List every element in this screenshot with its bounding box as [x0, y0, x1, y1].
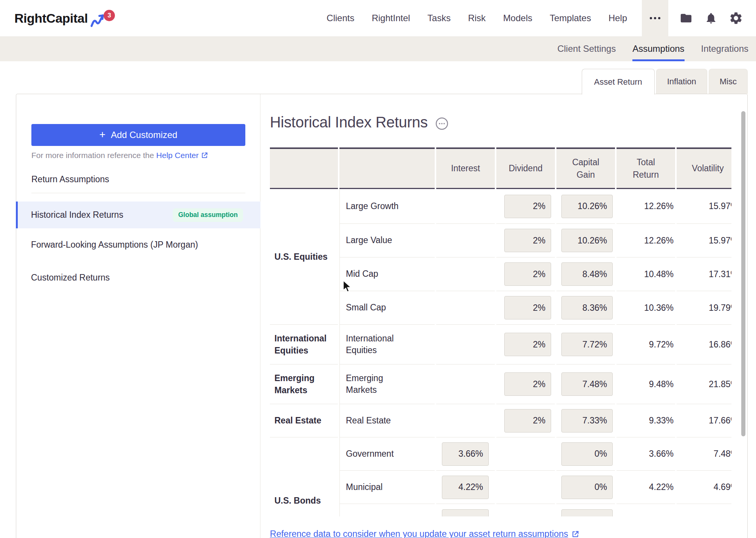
interest-cell — [436, 437, 495, 470]
capgain-input[interactable] — [561, 372, 613, 396]
ellipsis-icon — [650, 17, 652, 19]
assumption-tabs: Asset Return Inflation Misc — [582, 69, 748, 95]
logo-text: RightCapital — [14, 11, 88, 26]
notification-count-badge: 3 — [104, 10, 115, 21]
capgain-input[interactable] — [561, 409, 613, 433]
dividend-cell — [496, 470, 555, 504]
asset-name-cell: Emerging Markets — [339, 364, 435, 404]
top-navigation-bar: RightCapital 3 Clients RightIntel Tasks … — [0, 0, 756, 36]
tab-misc[interactable]: Misc — [709, 69, 748, 94]
folder-icon[interactable] — [679, 12, 693, 25]
dividend-cell — [496, 364, 555, 404]
overflow-menu-button[interactable] — [642, 0, 668, 36]
subnav-client-settings[interactable]: Client Settings — [557, 36, 616, 61]
gear-icon[interactable] — [729, 11, 743, 25]
table-row: Mid Cap10.48%17.31% — [270, 257, 731, 291]
volatility-value: 17.31% — [677, 257, 731, 291]
volatility-value: 4.69% — [677, 470, 731, 504]
capgain-input[interactable] — [561, 476, 613, 499]
capgain-input[interactable] — [561, 296, 613, 319]
sidebar-section-heading: Return Assumptions — [31, 174, 245, 193]
column-header-capital-gain: Capital Gain — [556, 147, 615, 189]
table-header: InterestDividendCapital GainTotal Return… — [270, 147, 731, 189]
bell-icon[interactable] — [705, 12, 717, 25]
capgain-input[interactable] — [561, 229, 613, 252]
category-cell: Real Estate — [270, 404, 338, 437]
capgain-cell — [556, 324, 615, 364]
volatility-value: 17.66% — [677, 404, 731, 437]
vertical-scrollbar[interactable] — [741, 111, 745, 436]
tab-inflation[interactable]: Inflation — [656, 69, 707, 94]
subnav-assumptions[interactable]: Assumptions — [632, 36, 684, 61]
dividend-cell — [496, 504, 555, 516]
volatility-value: 21.85% — [677, 364, 731, 404]
asset-name-cell: Real Estate — [339, 404, 435, 437]
nav-item-templates[interactable]: Templates — [550, 13, 591, 23]
historical-index-returns-content: Historical Index Returns InterestDividen… — [270, 94, 731, 538]
capgain-cell — [556, 364, 615, 404]
tab-asset-return[interactable]: Asset Return — [582, 69, 655, 95]
nav-item-rightintel[interactable]: RightIntel — [372, 13, 410, 23]
dividend-cell — [496, 223, 555, 257]
top-icon-group — [668, 11, 756, 25]
primary-nav: Clients RightIntel Tasks Risk Models Tem… — [318, 0, 636, 36]
asset-name-cell — [339, 504, 435, 516]
total-return-value: 9.33% — [617, 404, 675, 437]
returns-table-scroll-area[interactable]: InterestDividendCapital GainTotal Return… — [270, 147, 731, 516]
nav-item-risk[interactable]: Risk — [468, 13, 486, 23]
capgain-input[interactable] — [561, 195, 613, 218]
volatility-value: 19.79% — [677, 291, 731, 324]
subnav-integrations[interactable]: Integrations — [701, 36, 748, 61]
nav-item-models[interactable]: Models — [503, 13, 532, 23]
interest-input[interactable] — [442, 509, 489, 516]
total-return-value: 3.66% — [617, 437, 675, 470]
dividend-input[interactable] — [504, 195, 551, 218]
capgain-input[interactable] — [561, 333, 613, 356]
historical-returns-table: InterestDividendCapital GainTotal Return… — [270, 147, 731, 516]
sidebar-item-forward-looking-assumptions[interactable]: Forward-Looking Assumptions (JP Morgan) — [16, 228, 260, 261]
capgain-input[interactable] — [561, 262, 613, 286]
settings-subnav: Client Settings Assumptions Integrations — [0, 36, 756, 61]
asset-name-cell: Municipal — [339, 470, 435, 504]
volatility-value: 15.97% — [677, 189, 731, 223]
dividend-input[interactable] — [504, 409, 551, 433]
total-return-value: 9.72% — [617, 324, 675, 364]
page-title: Historical Index Returns — [270, 114, 428, 131]
category-cell: U.S. Equities — [270, 189, 338, 324]
dividend-input[interactable] — [504, 296, 551, 319]
sidebar-item-historical-index-returns[interactable]: Historical Index Returns Global assumpti… — [16, 202, 260, 228]
dividend-input[interactable] — [504, 333, 551, 356]
column-header-total-return: Total Return — [617, 147, 675, 189]
add-customized-button[interactable]: + Add Customized — [31, 124, 245, 146]
dividend-input[interactable] — [504, 372, 551, 396]
interest-cell — [436, 291, 495, 324]
dividend-input[interactable] — [504, 262, 551, 286]
interest-cell — [436, 189, 495, 223]
volatility-value: 7.48% — [677, 437, 731, 470]
category-cell: Emerging Markets — [270, 364, 338, 404]
interest-input[interactable] — [442, 476, 489, 499]
sidebar-list: Historical Index Returns Global assumpti… — [16, 202, 260, 294]
nav-item-clients[interactable]: Clients — [327, 13, 354, 23]
nav-item-tasks[interactable]: Tasks — [428, 13, 451, 23]
dividend-input[interactable] — [504, 229, 551, 252]
total-return-value — [617, 504, 675, 516]
nav-item-help[interactable]: Help — [609, 13, 627, 23]
help-center-link[interactable]: Help Center — [156, 151, 198, 160]
category-cell: International Equities — [270, 324, 338, 364]
volatility-value: 16.86% — [677, 324, 731, 364]
asset-name-cell: Large Value — [339, 223, 435, 257]
asset-name-cell: International Equities — [339, 324, 435, 364]
total-return-value: 10.36% — [617, 291, 675, 324]
capgain-input[interactable] — [561, 509, 613, 516]
asset-name-cell: Large Growth — [339, 189, 435, 223]
capgain-input[interactable] — [561, 442, 613, 466]
capgain-cell — [556, 291, 615, 324]
title-options-icon[interactable] — [435, 117, 449, 130]
interest-input[interactable] — [442, 442, 489, 466]
rightcapital-logo[interactable]: RightCapital 3 — [14, 8, 106, 28]
interest-cell — [436, 504, 495, 516]
external-link-icon — [201, 152, 208, 159]
sidebar-item-customized-returns[interactable]: Customized Returns — [16, 261, 260, 294]
reference-data-link[interactable]: Reference data to consider when you upda… — [270, 529, 579, 538]
